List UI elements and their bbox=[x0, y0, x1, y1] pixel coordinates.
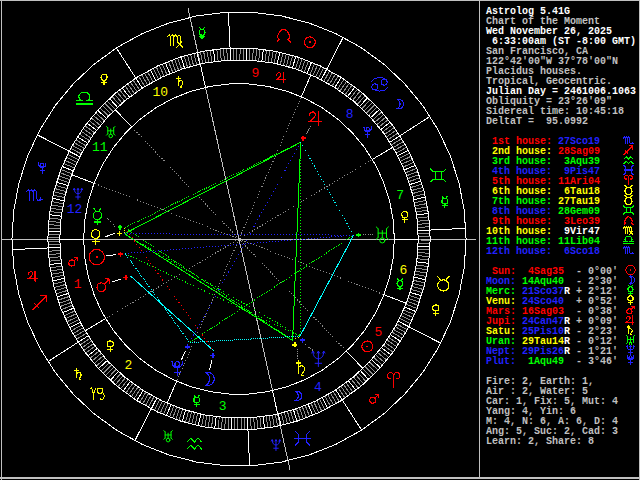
svg-text:3: 3 bbox=[219, 399, 227, 414]
svg-text:9: 9 bbox=[251, 66, 259, 81]
svg-text:12: 12 bbox=[67, 202, 83, 217]
svg-text:7: 7 bbox=[396, 188, 404, 203]
svg-text:2: 2 bbox=[124, 358, 132, 373]
svg-text:4: 4 bbox=[314, 380, 322, 395]
svg-text:11: 11 bbox=[92, 140, 108, 155]
svg-text:10: 10 bbox=[152, 85, 168, 100]
svg-text:1: 1 bbox=[74, 277, 82, 292]
svg-text:5: 5 bbox=[374, 325, 382, 340]
svg-text:8: 8 bbox=[346, 107, 354, 122]
svg-text:6: 6 bbox=[400, 263, 408, 278]
